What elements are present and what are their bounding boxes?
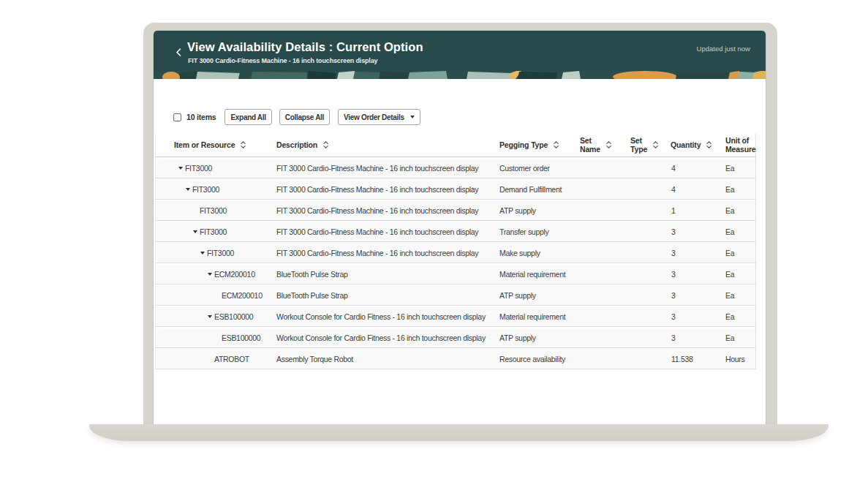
expand-caret-icon[interactable] <box>208 273 212 276</box>
cell-quantity: 3 <box>671 265 725 284</box>
table-row[interactable]: ESB100000Workout Console for Cardio Fitn… <box>156 306 755 327</box>
laptop-screen-frame: View Availability Details : Current Opti… <box>143 23 777 424</box>
column-header-set-name[interactable]: Set Name <box>580 133 630 157</box>
toolbar: 10 items Expand All Collapse All View Or… <box>173 108 420 126</box>
view-order-details-button[interactable]: View Order Details <box>338 109 420 125</box>
cell-set-name <box>580 350 630 369</box>
expand-caret-icon[interactable] <box>200 252 205 255</box>
table-body: FIT3000FIT 3000 Cardio-Fitness Machine -… <box>156 157 755 369</box>
table-row[interactable]: FIT3000FIT 3000 Cardio-Fitness Machine -… <box>156 221 755 242</box>
cell-set-type <box>630 350 671 369</box>
cell-uom: Ea <box>725 244 757 263</box>
table-header-row: Item or ResourceDescriptionPegging TypeS… <box>156 133 755 157</box>
cell-pegging-type: Make supply <box>499 244 580 263</box>
table-row[interactable]: FIT3000FIT 3000 Cardio-Fitness Machine -… <box>156 157 755 178</box>
cell-set-name <box>580 201 630 220</box>
cell-description: FIT 3000 Cardio-Fitness Machine - 16 inc… <box>276 222 499 241</box>
cell-item: ECM200010 <box>156 265 276 284</box>
column-header-description[interactable]: Description <box>276 133 499 157</box>
table-row[interactable]: FIT3000FIT 3000 Cardio-Fitness Machine -… <box>156 242 755 263</box>
cell-uom: Ea <box>725 307 757 326</box>
column-header-quantity[interactable]: Quantity <box>671 133 725 157</box>
cell-set-name <box>580 180 630 199</box>
cell-item: FIT3000 <box>156 222 276 241</box>
cell-set-type <box>630 201 671 220</box>
table-row[interactable]: ECM200010BlueTooth Pulse StrapMaterial r… <box>156 263 755 284</box>
expand-caret-icon[interactable] <box>186 188 190 191</box>
column-header-item-or-resource[interactable]: Item or Resource <box>156 133 276 157</box>
page-subtitle: FIT 3000 Cardio-Fitness Machine - 16 inc… <box>188 57 377 64</box>
cell-pegging-type: Demand Fulfillment <box>499 180 580 199</box>
table-row[interactable]: FIT3000FIT 3000 Cardio-Fitness Machine -… <box>156 200 755 221</box>
cell-item: FIT3000 <box>156 180 276 199</box>
expand-caret-icon[interactable] <box>178 167 183 170</box>
table-row[interactable]: ATROBOTAssembly Torque RobotResource ava… <box>156 348 755 369</box>
page-title: View Availability Details : Current Opti… <box>187 40 423 54</box>
sort-icon[interactable] <box>323 141 328 149</box>
column-header-pegging-type[interactable]: Pegging Type <box>499 133 580 157</box>
back-chevron-icon <box>176 48 181 56</box>
collapse-all-button[interactable]: Collapse All <box>279 109 330 125</box>
cell-set-type <box>630 180 671 199</box>
updated-status: Updated just now <box>697 45 750 53</box>
screen: View Availability Details : Current Opti… <box>154 31 766 424</box>
cell-description: BlueTooth Pulse Strap <box>276 286 499 305</box>
table-row[interactable]: ESB100000Workout Console for Cardio Fitn… <box>156 327 755 348</box>
expand-caret-icon[interactable] <box>208 315 212 318</box>
cell-set-name <box>580 222 630 241</box>
expand-caret-icon[interactable] <box>193 230 197 233</box>
cell-quantity: 3 <box>671 328 725 347</box>
table-row[interactable]: FIT3000FIT 3000 Cardio-Fitness Machine -… <box>156 178 755 200</box>
cell-description: Assembly Torque Robot <box>276 350 499 369</box>
cell-uom: Ea <box>725 180 757 199</box>
cell-uom: Ea <box>725 201 757 220</box>
sort-icon[interactable] <box>606 141 611 149</box>
cell-uom: Ea <box>725 222 757 241</box>
cell-description: FIT 3000 Cardio-Fitness Machine - 16 inc… <box>276 180 499 199</box>
sort-icon[interactable] <box>653 141 658 149</box>
cell-quantity: 3 <box>671 286 725 305</box>
sort-icon[interactable] <box>241 141 246 149</box>
sort-icon[interactable] <box>554 141 559 149</box>
column-header-unit-of-measure: Unit of Measure <box>725 133 757 157</box>
cell-pegging-type: Resource availability <box>499 350 580 369</box>
select-all-checkbox[interactable] <box>173 113 181 121</box>
cell-set-name <box>580 159 630 178</box>
cell-quantity: 3 <box>671 307 725 326</box>
cell-pegging-type: ATP supply <box>499 201 580 220</box>
cell-uom: Ea <box>725 159 757 178</box>
cell-item: FIT3000 <box>156 159 276 178</box>
expand-all-button[interactable]: Expand All <box>224 109 271 125</box>
column-header-set-type[interactable]: Set Type <box>630 133 671 157</box>
cell-pegging-type: Material requirement <box>499 265 580 284</box>
laptop-base <box>89 424 829 441</box>
items-count-label: 10 items <box>186 113 216 121</box>
cell-pegging-type: Customer order <box>499 159 580 178</box>
cell-uom: Ea <box>725 286 757 305</box>
cell-set-type <box>630 286 671 305</box>
cell-item: FIT3000 <box>156 201 276 220</box>
cell-pegging-type: ATP supply <box>499 286 580 305</box>
cell-description: Workout Console for Cardio Fitness - 16 … <box>276 307 499 326</box>
cell-pegging-type: Transfer supply <box>499 222 580 241</box>
cell-quantity: 3 <box>671 244 725 263</box>
cell-quantity: 4 <box>671 180 725 199</box>
cell-quantity: 11.538 <box>671 350 725 369</box>
cell-uom: Ea <box>725 328 757 347</box>
cell-pegging-type: ATP supply <box>499 328 580 347</box>
cell-description: FIT 3000 Cardio-Fitness Machine - 16 inc… <box>276 244 499 263</box>
cell-set-name <box>580 328 630 347</box>
table-row[interactable]: ECM200010BlueTooth Pulse StrapATP supply… <box>156 284 755 306</box>
header-pattern-band <box>154 71 766 79</box>
cell-description: FIT 3000 Cardio-Fitness Machine - 16 inc… <box>276 159 499 178</box>
cell-quantity: 4 <box>671 159 725 178</box>
back-button[interactable] <box>176 46 181 54</box>
cell-set-type <box>630 222 671 241</box>
cell-item: ATROBOT <box>156 350 276 369</box>
cell-description: FIT 3000 Cardio-Fitness Machine - 16 inc… <box>276 201 499 220</box>
cell-item: FIT3000 <box>156 244 276 263</box>
dropdown-caret-icon <box>410 116 415 118</box>
cell-item: ESB100000 <box>156 328 276 347</box>
sort-icon[interactable] <box>706 141 712 149</box>
cell-description: Workout Console for Cardio Fitness - 16 … <box>276 328 499 347</box>
